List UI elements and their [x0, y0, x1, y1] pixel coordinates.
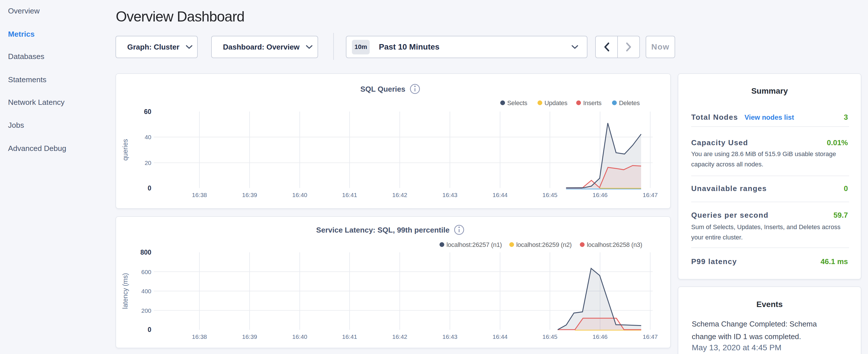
svg-text:16:39: 16:39: [242, 333, 257, 340]
svg-text:16:38: 16:38: [192, 333, 207, 340]
svg-text:16:44: 16:44: [493, 333, 508, 340]
svg-text:0: 0: [148, 326, 151, 333]
svg-text:SQL Queries: SQL Queries: [360, 85, 405, 93]
svg-text:16:46: 16:46: [593, 192, 608, 198]
svg-text:Deletes: Deletes: [619, 99, 640, 106]
svg-text:16:42: 16:42: [392, 333, 407, 340]
svg-text:16:38: 16:38: [192, 192, 207, 198]
svg-text:800: 800: [141, 249, 151, 256]
svg-text:16:47: 16:47: [643, 333, 658, 340]
svg-text:60: 60: [144, 108, 151, 116]
svg-text:16:40: 16:40: [292, 192, 308, 198]
svg-text:0: 0: [148, 185, 151, 192]
svg-text:latency (ms): latency (ms): [122, 273, 129, 309]
svg-text:16:46: 16:46: [593, 333, 608, 340]
svg-text:16:39: 16:39: [242, 192, 257, 198]
svg-text:16:41: 16:41: [342, 192, 358, 198]
svg-text:localhost:26259 (n2): localhost:26259 (n2): [517, 241, 572, 248]
svg-text:600: 600: [141, 269, 151, 275]
svg-text:16:43: 16:43: [442, 192, 458, 198]
svg-text:16:42: 16:42: [392, 192, 407, 198]
svg-text:16:45: 16:45: [542, 333, 558, 340]
svg-text:16:45: 16:45: [542, 192, 558, 198]
svg-text:200: 200: [141, 307, 151, 314]
svg-text:40: 40: [145, 134, 151, 140]
svg-text:localhost:26258 (n3): localhost:26258 (n3): [587, 241, 642, 248]
svg-text:16:47: 16:47: [643, 192, 658, 198]
svg-text:400: 400: [141, 288, 151, 294]
svg-text:16:44: 16:44: [493, 192, 508, 198]
svg-text:localhost:26257 (n1): localhost:26257 (n1): [446, 241, 502, 248]
svg-text:16:43: 16:43: [442, 333, 458, 340]
svg-text:queries: queries: [122, 139, 129, 160]
svg-text:Service Latency: SQL, 99th per: Service Latency: SQL, 99th percentile: [316, 226, 449, 234]
svg-text:16:40: 16:40: [292, 333, 308, 340]
svg-text:16:41: 16:41: [342, 333, 358, 340]
svg-text:Inserts: Inserts: [583, 99, 601, 106]
svg-text:Updates: Updates: [545, 99, 567, 106]
svg-text:Selects: Selects: [507, 99, 527, 106]
svg-text:20: 20: [145, 160, 151, 166]
